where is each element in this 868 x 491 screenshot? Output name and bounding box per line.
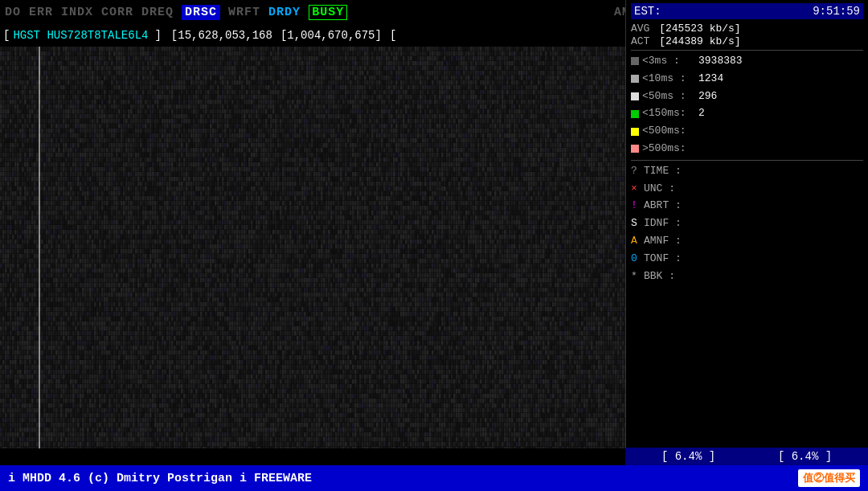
timing-label-10ms: <10ms : (642, 71, 698, 88)
timing-label-150ms: <150ms: (642, 105, 698, 122)
indicator-abrt: ! ABRT : (631, 198, 863, 215)
sym-question: ? (631, 163, 644, 180)
timing-500ms: <500ms: (631, 123, 863, 140)
indicator-tonf: 0 TONF : (631, 251, 863, 268)
sym-a: A (631, 233, 644, 250)
est-time: 9:51:59 (813, 5, 860, 18)
timing-color-500ms (631, 128, 639, 136)
status-err: ERR (29, 6, 53, 19)
est-label: EST: (634, 5, 661, 18)
right-panel: EST: 9:51:59 AVG [245523 kb/s] ACT [2443… (625, 0, 868, 466)
footer: i MHDD 4.6 (c) Dmitry Postrigan i FREEWA… (0, 465, 868, 491)
divider1 (631, 50, 863, 51)
drive-info-bar: [ HGST HUS728T8TALE6L4 ] [15,628,053,168… (0, 24, 627, 47)
bracket-open: [ (3, 29, 10, 42)
indicator-amnf: A AMNF : (631, 233, 863, 250)
bracket-close: ] (154, 29, 161, 42)
indicator-label-bbk: BBK : (644, 268, 700, 285)
timing-label-500ms: <500ms: (642, 123, 698, 140)
status-corr: CORR (101, 6, 133, 19)
timing-val-3ms: 3938383 (698, 53, 743, 70)
footer-watermark: 值②值得买 (798, 469, 860, 487)
status-drsc: DRSC (182, 5, 220, 20)
sym-star: * (631, 268, 644, 285)
timing-val-50ms: 296 (698, 88, 717, 105)
timing-val-150ms: 2 (698, 105, 705, 122)
status-do: DO (5, 6, 21, 19)
status-wrft: WRFT (228, 6, 260, 19)
status-busy: BUSY (309, 5, 347, 20)
timing-color-over500ms (631, 145, 639, 153)
indicator-label-amnf: AMNF : (644, 233, 700, 250)
indicator-label-abrt: ABRT : (644, 198, 700, 215)
divider2 (631, 160, 863, 161)
sym-x: × (631, 181, 644, 198)
act-row: ACT [244389 kb/s] (631, 35, 863, 47)
footer-text: i MHDD 4.6 (c) Dmitry Postrigan i FREEWA… (8, 472, 312, 485)
timing-color-3ms (631, 57, 639, 65)
indicator-label-idnf: IDNF : (644, 215, 700, 232)
scan-canvas (0, 47, 625, 448)
indicator-label-time: TIME : (644, 163, 700, 180)
status-dreq: DREQ (141, 6, 174, 19)
indicator-bbk: * BBK : (631, 268, 863, 285)
sym-s: S (631, 215, 644, 232)
coord1: [15,628,053,168 (171, 29, 272, 42)
scan-area (0, 47, 625, 448)
sym-exclaim: ! (631, 198, 644, 215)
indicator-time: ? TIME : (631, 163, 863, 180)
indicator-idnf: S IDNF : (631, 215, 863, 232)
coord2: [1,004,670,675] (280, 29, 382, 42)
sym-zero: 0 (631, 251, 644, 268)
indicator-unc: × UNC : (631, 181, 863, 198)
est-row: EST: 9:51:59 (631, 3, 863, 19)
act-label: ACT (631, 35, 649, 47)
status-indx: INDX (61, 6, 93, 19)
drive-name: HGST HUS728T8TALE6L4 (13, 29, 148, 42)
act-value: [244389 kb/s] (659, 35, 740, 47)
timing-color-50ms (631, 92, 639, 100)
coord-open2: [ (390, 29, 396, 42)
progress-left: [ 6.4% ] (661, 450, 715, 463)
avg-value: [245523 kb/s] (659, 23, 740, 35)
timing-3ms: <3ms : 3938383 (631, 53, 863, 70)
timing-label-over500ms: >500ms: (642, 141, 698, 158)
progress-bars: [ 6.4% ] [ 6.4% ] (625, 448, 868, 465)
indicator-label-unc: UNC : (644, 181, 700, 198)
timing-color-150ms (631, 110, 639, 118)
timing-150ms: <150ms: 2 (631, 105, 863, 122)
timing-label-50ms: <50ms : (642, 88, 698, 105)
avg-row: AVG [245523 kb/s] (631, 23, 863, 35)
timing-val-10ms: 1234 (698, 71, 723, 88)
progress-right: [ 6.4% ] (778, 450, 832, 463)
status-drdy: DRDY (268, 6, 301, 19)
timing-50ms: <50ms : 296 (631, 88, 863, 105)
timing-10ms: <10ms : 1234 (631, 71, 863, 88)
indicator-label-tonf: TONF : (644, 251, 700, 268)
timing-label-3ms: <3ms : (642, 53, 698, 70)
avg-label: AVG (631, 23, 649, 35)
timing-color-10ms (631, 75, 639, 83)
timing-over500ms: >500ms: (631, 141, 863, 158)
